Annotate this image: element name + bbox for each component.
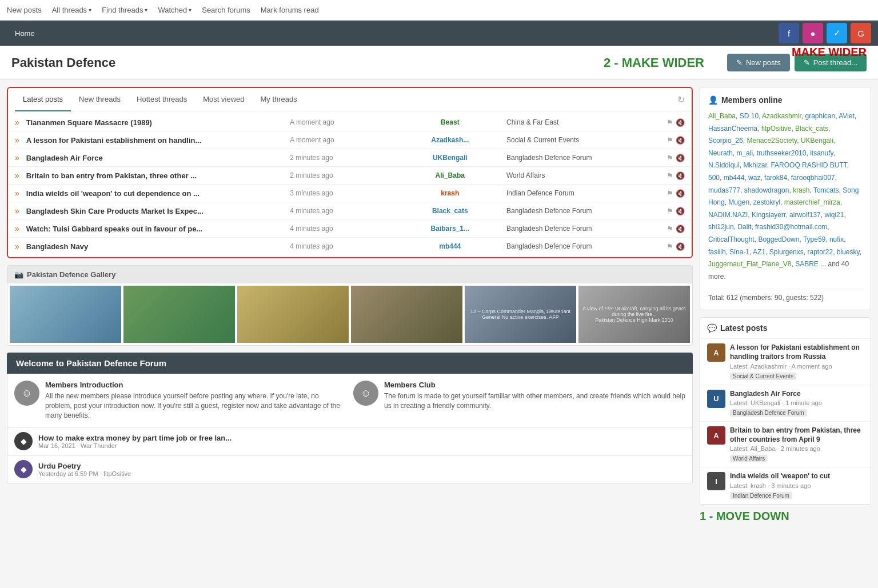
latest-post-tag[interactable]: Social & Current Events [730,373,796,380]
member-link[interactable]: truthseeker2010 [757,149,807,157]
member-link[interactable]: zestokryl [753,198,780,206]
member-link[interactable]: m_ali [736,149,753,157]
member-link[interactable]: raptor22 [807,248,833,256]
mute-icon[interactable]: 🔇 [676,171,685,180]
thread-user[interactable]: Beast [398,118,502,126]
member-link[interactable]: Type59 [803,235,825,243]
subrow-title-1[interactable]: How to make extra money by part time job… [38,434,232,442]
mute-icon[interactable]: 🔇 [676,118,685,127]
member-link[interactable]: Neurath [708,149,733,157]
nav-search-forums[interactable]: Search forums [202,6,250,14]
thread-forum[interactable]: Bangladesh Defence Forum [506,207,662,215]
member-link[interactable]: bluesky [837,248,860,256]
thread-title[interactable]: Bangladesh Air Force [26,154,285,162]
instagram-icon[interactable]: ● [803,23,823,43]
thread-title[interactable]: Watch: Tulsi Gabbard speaks out in favou… [26,225,285,233]
member-link[interactable]: farooqbhai007 [791,174,835,182]
member-link[interactable]: Azadkashmir [762,112,801,120]
member-link[interactable]: UKBengali [801,137,833,145]
thread-title[interactable]: A lesson for Pakistani establishment on … [26,136,285,145]
member-link[interactable]: Mugen [728,198,749,206]
member-link[interactable]: Dalit [737,223,751,231]
member-link[interactable]: 500 [708,174,720,182]
tab-hottest-threads[interactable]: Hottest threads [129,88,195,111]
breadcrumb-home[interactable]: Home [7,26,43,41]
member-link[interactable]: airwolf137 [789,211,821,219]
thread-user[interactable]: Ali_Baba [398,171,502,179]
latest-post-tag[interactable]: Bangladesh Defence Forum [730,409,807,417]
thread-forum[interactable]: Bangladesh Defence Forum [506,154,662,162]
member-link[interactable]: farok84 [764,174,787,182]
bookmark-icon[interactable]: ⚑ [667,189,673,198]
member-link[interactable]: Splurgenxs [769,248,804,256]
latest-post-tag[interactable]: World Affairs [730,455,768,462]
refresh-icon[interactable]: ↻ [677,94,685,105]
member-link[interactable]: masterchief_mirza [784,198,840,206]
tab-most-viewed[interactable]: Most viewed [195,88,252,111]
tab-new-threads[interactable]: New threads [71,88,129,111]
bookmark-icon[interactable]: ⚑ [667,171,673,180]
nav-mark-read[interactable]: Mark forums read [261,6,319,14]
thread-forum[interactable]: China & Far East [506,118,662,126]
member-link[interactable]: AZ1 [753,248,765,256]
thread-title[interactable]: India wields oil 'weapon' to cut depende… [26,189,285,198]
thread-user[interactable]: krash [398,189,502,197]
member-link[interactable]: Scorpio_26 [708,137,743,145]
latest-post-title[interactable]: Bangladesh Air Force [730,390,864,399]
member-link[interactable]: itsanufy [810,149,833,157]
bookmark-icon[interactable]: ⚑ [667,136,673,145]
gallery-image-4[interactable] [351,286,462,343]
thread-forum[interactable]: World Affairs [506,171,662,179]
subrow-title-2[interactable]: Urdu Poetry [38,462,131,470]
bookmark-icon[interactable]: ⚑ [667,207,673,215]
twitter-icon[interactable]: ✓ [827,23,847,43]
mute-icon[interactable]: 🔇 [676,207,685,215]
latest-post-title[interactable]: India wields oil 'weapon' to cut [730,472,864,481]
thread-forum[interactable]: Indian Defence Forum [506,189,662,197]
thread-user[interactable]: Black_cats [398,207,502,215]
member-link[interactable]: fitpOsitive [761,125,792,133]
member-link[interactable]: graphican [805,112,835,120]
thread-title[interactable]: Bangladesh Skin Care Products Market Is … [26,207,285,215]
thread-title[interactable]: Tiananmen Square Massacre (1989) [26,118,285,127]
member-link[interactable]: Black_cats [795,125,828,133]
nav-new-posts[interactable]: New posts [7,6,42,14]
nav-all-threads[interactable]: All threads [52,6,91,14]
member-link[interactable]: fasiiih [708,248,726,256]
member-link[interactable]: Ali_Baba [708,112,736,120]
thread-title[interactable]: Bangladesh Navy [26,242,285,251]
mute-icon[interactable]: 🔇 [676,242,685,251]
bookmark-icon[interactable]: ⚑ [667,154,673,162]
nav-watched[interactable]: Watched [158,6,191,14]
tab-latest-posts[interactable]: Latest posts [15,88,71,111]
member-link[interactable]: HassanCheema [708,125,757,133]
mute-icon[interactable]: 🔇 [676,189,685,198]
member-link[interactable]: Tomcats [813,186,839,194]
member-link[interactable]: Menace2Society [747,137,797,145]
thread-user[interactable]: Azadkash... [398,136,502,144]
googleplus-icon[interactable]: G [851,23,871,43]
member-link[interactable]: frashid30@hotmail.com [755,223,827,231]
gallery-image-2[interactable] [123,286,235,343]
gallery-image-1[interactable] [10,286,121,343]
member-link[interactable]: AViet [839,112,855,120]
thread-forum[interactable]: Bangladesh Defence Forum [506,242,662,250]
member-link[interactable]: NADIM.NAZI [708,211,748,219]
new-posts-button[interactable]: ✎ New posts [727,54,790,71]
gallery-image-6[interactable]: a view of F/A-18 aircraft, carrying all … [578,286,690,343]
facebook-icon[interactable]: f [779,23,799,43]
gallery-image-3[interactable] [237,286,349,343]
member-link[interactable]: Kingslayerr [752,211,785,219]
thread-user[interactable]: mb444 [398,242,502,250]
member-link[interactable]: shadowdragon [744,186,789,194]
member-link[interactable]: mudas777 [708,186,740,194]
bookmark-icon[interactable]: ⚑ [667,225,673,233]
member-link[interactable]: waz [748,174,760,182]
member-link[interactable]: shi12jun [708,223,734,231]
thread-title[interactable]: Britain to ban entry from Pakistan, thre… [26,171,285,180]
member-link[interactable]: SABRE [795,260,819,268]
thread-user[interactable]: UKBengali [398,154,502,162]
mute-icon[interactable]: 🔇 [676,225,685,233]
member-link[interactable]: CriticalThought [708,235,755,243]
bookmark-icon[interactable]: ⚑ [667,118,673,127]
